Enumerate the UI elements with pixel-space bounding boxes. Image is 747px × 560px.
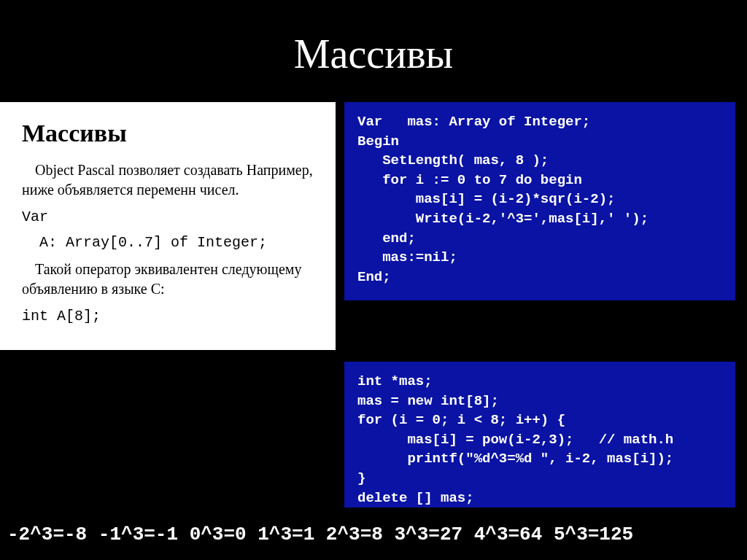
pascal-code-block: Var mas: Array of Integer; Begin SetLeng… — [344, 102, 735, 300]
slide-title: Массивы — [0, 0, 747, 93]
doc-heading: Массивы — [22, 117, 320, 150]
program-output: -2^3=-8 -1^3=-1 0^3=0 1^3=1 2^3=8 3^3=27… — [7, 524, 633, 545]
doc-code-c: int A[8]; — [22, 306, 320, 326]
doc-code-var-line2: A: Array[0..7] of Integer; — [22, 233, 320, 252]
doc-paragraph-2: Такой оператор эквивалентен следующему о… — [22, 260, 320, 299]
doc-code-var-line1: Var — [22, 207, 320, 227]
doc-excerpt: Массивы Object Pascal позволяет создават… — [0, 102, 336, 350]
c-code-block: int *mas; mas = new int[8]; for (i = 0; … — [344, 362, 735, 508]
doc-paragraph-1: Object Pascal позволяет создавать Наприм… — [22, 160, 320, 200]
slide: Массивы Массивы Object Pascal позволяет … — [0, 0, 747, 560]
